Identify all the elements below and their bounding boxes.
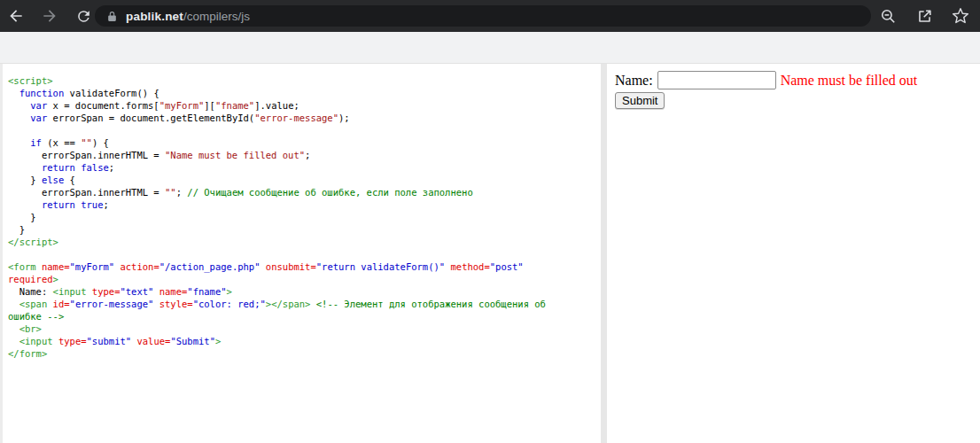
share-button[interactable] — [914, 5, 935, 27]
zoom-out-icon — [880, 8, 897, 25]
browser-window: pablik.net/compilers/js — [0, 0, 980, 443]
code-line — [8, 124, 601, 136]
code-line: } — [8, 211, 601, 223]
code-line: var x = document.forms["myForm"]["fname"… — [8, 99, 601, 112]
code-line: <input type="submit" value="Submit"> — [8, 335, 601, 347]
name-label: Name: — [615, 73, 653, 89]
bookmark-button[interactable] — [950, 5, 971, 27]
code-line: Name: <input type="text" name="fname"> — [8, 285, 601, 298]
code-editor[interactable]: <script> function validateForm() { var x… — [3, 64, 601, 443]
code-line: <br> — [8, 323, 601, 335]
back-button[interactable] — [5, 5, 27, 27]
code-line: errorSpan.innerHTML = ""; // Очищаем соо… — [8, 186, 601, 198]
code-line: return true; — [8, 198, 601, 211]
share-icon — [916, 8, 933, 25]
submit-button[interactable]: Submit — [615, 92, 665, 109]
reload-icon — [75, 8, 92, 25]
url-host: pablik.net — [126, 10, 183, 23]
output-pane: Name: Name must be filled out Submit — [607, 64, 980, 443]
back-icon — [7, 7, 25, 25]
pane-divider[interactable] — [601, 64, 607, 443]
code-line: <script> — [8, 74, 601, 87]
name-input[interactable] — [657, 71, 776, 89]
zoom-out-button[interactable] — [877, 5, 898, 27]
code-line: </script> — [8, 236, 601, 248]
lock-icon — [106, 11, 118, 22]
url-path: /compilers/js — [183, 10, 250, 23]
code-line: errorSpan.innerHTML = "Name must be fill… — [8, 149, 601, 161]
star-icon — [952, 7, 969, 25]
code-line: var errorSpan = document.getElementById(… — [8, 112, 601, 124]
code-line: <form name="myForm" action="/action_page… — [8, 260, 601, 273]
address-bar[interactable]: pablik.net/compilers/js — [95, 5, 871, 27]
forward-icon — [41, 7, 58, 25]
reload-button[interactable] — [73, 5, 94, 27]
code-line: ошибке --> — [8, 310, 601, 323]
browser-top-bar: pablik.net/compilers/js — [0, 0, 980, 32]
code-line: if (x == "") { — [8, 136, 601, 149]
code-line: } else { — [8, 174, 601, 186]
code-line — [8, 248, 601, 260]
site-toolbar: Виконати › — [0, 32, 980, 64]
code-line: return false; — [8, 161, 601, 174]
code-line: function validateForm() { — [8, 87, 601, 99]
code-line: required> — [8, 273, 601, 285]
error-message: Name must be filled out — [781, 73, 918, 89]
code-line: </form> — [8, 347, 601, 360]
code-line: } — [8, 223, 601, 236]
forward-button[interactable] — [39, 5, 60, 27]
code-line: <span id="error-message" style="color: r… — [8, 298, 601, 310]
